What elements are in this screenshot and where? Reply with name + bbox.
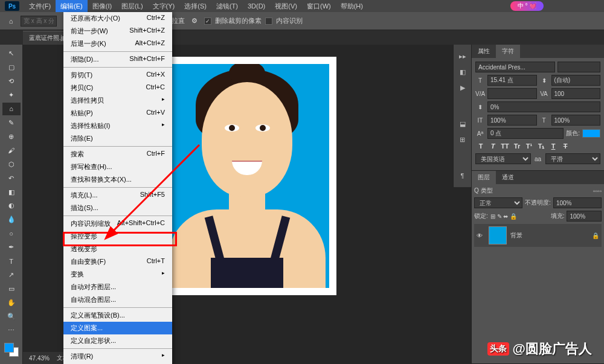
leading-input[interactable]: [551, 75, 601, 86]
menu-filter[interactable]: 滤镜(T): [211, 0, 243, 12]
menu-type[interactable]: 文字(Y): [148, 0, 180, 12]
menu-item[interactable]: 描边(S)...: [63, 202, 172, 214]
properties-tab[interactable]: 属性: [472, 45, 496, 58]
zoom-level[interactable]: 47.43%: [29, 355, 50, 362]
menu-item[interactable]: 后退一步(K)Alt+Ctrl+Z: [63, 37, 172, 50]
menu-help[interactable]: 帮助(H): [336, 0, 368, 12]
menu-item[interactable]: 剪切(T)Ctrl+X: [63, 69, 172, 81]
menu-select[interactable]: 选择(S): [179, 0, 211, 12]
layer-thumbnail[interactable]: [489, 226, 507, 244]
move-tool[interactable]: ↖: [2, 47, 21, 60]
layer-name[interactable]: 背景: [510, 231, 522, 240]
menu-window[interactable]: 窗口(W): [302, 0, 336, 12]
color-panel-icon[interactable]: ◧: [456, 65, 469, 78]
italic-button[interactable]: T: [487, 141, 498, 151]
menu-item[interactable]: 查找和替换文本(X)...: [63, 173, 172, 186]
blend-mode-select[interactable]: 正常: [474, 197, 522, 208]
gradient-tool[interactable]: ◐: [2, 199, 21, 212]
menu-item[interactable]: 拼写检查(H)...: [63, 161, 172, 173]
brush-tool[interactable]: 🖌: [2, 144, 21, 157]
tracking-input[interactable]: [551, 88, 601, 99]
dodge-tool[interactable]: ○: [2, 227, 21, 240]
marquee-tool[interactable]: ▢: [2, 61, 21, 74]
hand-tool[interactable]: ✋: [2, 296, 21, 309]
fill-input[interactable]: [567, 211, 602, 222]
ime-badge[interactable]: 中 ° 💓: [510, 1, 544, 11]
menu-item[interactable]: 定义画笔预设(B)...: [63, 309, 172, 322]
font-size-input[interactable]: [487, 75, 537, 86]
delete-cropped-checkbox[interactable]: [204, 18, 211, 25]
menu-item[interactable]: 内容识别缩放Alt+Shift+Ctrl+C: [63, 217, 172, 230]
menu-item[interactable]: 拷贝(C)Ctrl+C: [63, 81, 172, 94]
path-tool[interactable]: ↗: [2, 269, 21, 281]
filter-icon[interactable]: ▫▫▫▫: [593, 188, 602, 194]
menu-edit[interactable]: 编辑(E): [56, 0, 88, 12]
hscale-input[interactable]: [487, 115, 537, 126]
pen-tool[interactable]: ✒: [2, 241, 21, 254]
hscale2-input[interactable]: [551, 115, 601, 126]
smallcaps-button[interactable]: Tr: [512, 141, 522, 151]
history-panel-icon[interactable]: ▸▸: [456, 49, 469, 63]
menu-item[interactable]: 自动混合图层...: [63, 293, 172, 306]
menu-item[interactable]: 清理(R): [63, 350, 172, 363]
font-style-input[interactable]: [557, 62, 600, 72]
menu-item[interactable]: 操控变形: [63, 230, 172, 243]
menu-item[interactable]: 变换: [63, 268, 172, 281]
menu-3d[interactable]: 3D(D): [243, 0, 270, 12]
baseline-input[interactable]: [487, 128, 564, 139]
bold-button[interactable]: T: [475, 141, 486, 151]
language-select[interactable]: 美国英语: [475, 153, 531, 164]
visibility-icon[interactable]: 👁: [477, 232, 485, 239]
brushes-panel-icon[interactable]: ⬓: [456, 117, 469, 130]
underline-button[interactable]: T: [548, 141, 559, 151]
channels-tab[interactable]: 通道: [496, 171, 520, 184]
gear-icon[interactable]: ⚙: [188, 15, 201, 27]
layers-tab[interactable]: 图层: [472, 171, 496, 184]
layer-row[interactable]: 👁 背景 🔒: [474, 224, 602, 247]
shape-tool[interactable]: ▭: [2, 283, 21, 295]
lock-icon[interactable]: 🔒: [592, 232, 599, 239]
paragraph-panel-icon[interactable]: ¶: [456, 169, 469, 182]
lock-icons[interactable]: ⊞ ✎ ⬌ 🔒: [490, 213, 517, 220]
opacity-input[interactable]: [553, 197, 602, 208]
stamp-tool[interactable]: ⬡: [2, 158, 21, 171]
crop-tool[interactable]: ⌂: [2, 103, 21, 115]
menu-view[interactable]: 视图(V): [270, 0, 302, 12]
lasso-tool[interactable]: ⟲: [2, 75, 21, 88]
color-swatches[interactable]: [4, 343, 19, 357]
eyedropper-tool[interactable]: ✎: [2, 117, 21, 129]
crop-dimensions-input[interactable]: [21, 16, 57, 27]
eraser-tool[interactable]: ◧: [2, 186, 21, 199]
menu-item[interactable]: 自动对齐图层...: [63, 281, 172, 293]
menu-item[interactable]: 渐隐(D)...Shift+Ctrl+F: [63, 53, 172, 66]
font-family-input[interactable]: [475, 62, 555, 72]
actions-panel-icon[interactable]: ▶: [456, 81, 469, 94]
menu-item[interactable]: 还原画布大小(O)Ctrl+Z: [63, 12, 172, 25]
subscript-button[interactable]: T₁: [536, 141, 547, 151]
menu-item[interactable]: 粘贴(P)Ctrl+V: [63, 107, 172, 120]
menu-item[interactable]: 选择性粘贴(I): [63, 120, 172, 132]
menu-item[interactable]: 定义图案...: [63, 322, 172, 334]
content-aware-checkbox[interactable]: [265, 18, 272, 25]
allcaps-button[interactable]: TT: [500, 141, 510, 151]
antialiasing-select[interactable]: 平滑: [545, 153, 601, 164]
menu-layer[interactable]: 图层(L): [117, 0, 147, 12]
strikethrough-button[interactable]: T: [560, 141, 571, 151]
character-tab[interactable]: 字符: [496, 45, 520, 58]
edit-toolbar[interactable]: ⋯: [2, 324, 21, 337]
menu-file[interactable]: 文件(F): [24, 0, 56, 12]
swatches-panel-icon[interactable]: ⊞: [456, 133, 469, 146]
menu-item[interactable]: 透视变形: [63, 243, 172, 255]
menu-image[interactable]: 图像(I): [88, 0, 117, 12]
menu-item[interactable]: 选择性拷贝: [63, 94, 172, 107]
type-tool[interactable]: T: [2, 255, 21, 267]
menu-item[interactable]: 清除(E): [63, 132, 172, 145]
kerning-input[interactable]: [487, 88, 537, 99]
superscript-button[interactable]: T¹: [524, 141, 535, 151]
magic-wand-tool[interactable]: ✦: [2, 89, 21, 101]
blur-tool[interactable]: 💧: [2, 213, 21, 226]
menu-item[interactable]: 搜索Ctrl+F: [63, 148, 172, 161]
menu-item[interactable]: 填充(L)...Shift+F5: [63, 189, 172, 202]
menu-item[interactable]: 定义自定形状...: [63, 334, 172, 347]
vscale-input[interactable]: [487, 101, 600, 112]
